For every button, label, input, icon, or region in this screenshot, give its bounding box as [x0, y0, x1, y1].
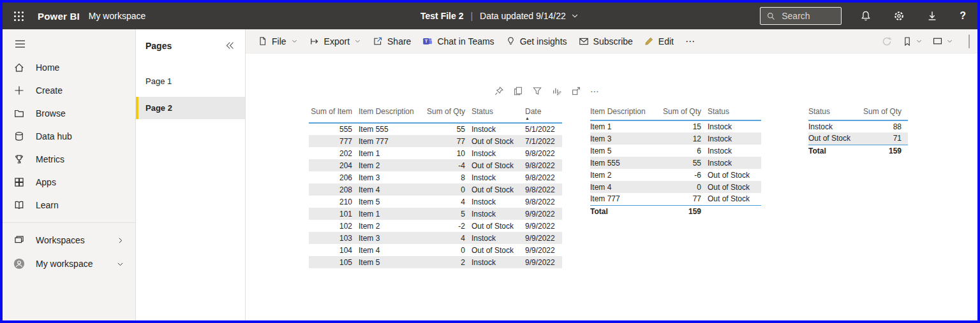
share-button[interactable]: Share [367, 32, 417, 50]
search-icon [766, 11, 776, 21]
document-title-group: Test File 2 | Data updated 9/14/22 [420, 3, 579, 29]
body-row: Home Create Browse Data hub [3, 29, 977, 320]
table-row[interactable]: 104Item 40Out of Stock9/9/2022 [309, 244, 562, 256]
sidebar-item-learn[interactable]: Learn [3, 194, 135, 217]
sort-ascending-icon: ▲ [525, 117, 556, 120]
sidebar-item-label: Create [36, 85, 63, 96]
sidebar-item-home[interactable]: Home [3, 56, 135, 79]
table-row[interactable]: Instock88 [808, 120, 908, 133]
sidebar-item-data-hub[interactable]: Data hub [3, 125, 135, 148]
search-box[interactable] [760, 7, 842, 25]
column-header[interactable]: Item Description [359, 107, 426, 123]
column-header[interactable]: Sum of Item [309, 107, 359, 123]
file-menu-button[interactable]: File [252, 32, 304, 50]
download-icon[interactable] [926, 10, 938, 22]
edit-button[interactable]: Edit [639, 32, 679, 50]
page-tab-2-selected[interactable]: Page 2 [136, 97, 245, 119]
table-row[interactable]: Item 115Instock [590, 120, 761, 133]
table-cell: Out of Stock [708, 181, 761, 193]
page-tab-1[interactable]: Page 1 [136, 71, 245, 91]
filter-icon[interactable] [532, 86, 542, 96]
bookmarks-icon[interactable] [900, 34, 924, 48]
table-row[interactable]: Item 55555Instock [590, 157, 761, 169]
table-row[interactable]: Item 77777Out of Stock [590, 193, 761, 205]
export-menu-button[interactable]: Export [304, 32, 367, 50]
get-insights-button[interactable]: Get insights [500, 32, 573, 50]
table-cell: Out of Stock [471, 159, 525, 171]
table-row[interactable]: 210Item 54Instock9/8/2022 [309, 196, 562, 208]
table-row[interactable]: Item 40Out of Stock [590, 181, 761, 193]
table-row[interactable]: 101Item 15Instock9/9/2022 [309, 208, 562, 220]
table-row[interactable]: 555Item 55555Instock5/1/2022 [309, 123, 562, 135]
table-cell: 555 [309, 123, 359, 135]
help-icon[interactable]: ? [960, 10, 966, 22]
svg-text:T: T [425, 38, 428, 44]
focus-mode-icon[interactable] [571, 86, 581, 96]
table-cell: 12 [658, 133, 708, 145]
app-launcher-icon[interactable] [11, 9, 26, 24]
pages-list: Page 1 Page 2 [136, 71, 245, 119]
column-header[interactable]: Sum of Qty [426, 107, 471, 123]
powerbi-logo-text[interactable]: Power BI [38, 11, 80, 22]
table-cell: 9/9/2022 [525, 244, 562, 256]
table-row[interactable]: Item 2-6Out of Stock [590, 169, 761, 181]
column-header[interactable]: Sum of Qty [862, 107, 908, 120]
total-cell: Total [808, 145, 862, 157]
sidebar-item-metrics[interactable]: Metrics [3, 148, 135, 171]
table-row[interactable]: 105Item 52Instock9/9/2022 [309, 256, 562, 268]
table-row[interactable]: 777Item 77777Out of Stock7/1/2022 [309, 135, 562, 147]
workspaces-stack-icon [13, 234, 25, 246]
collapse-pages-icon[interactable] [223, 39, 236, 52]
column-header[interactable]: Sum of Qty [658, 107, 708, 120]
sidebar-item-create[interactable]: Create [3, 79, 135, 102]
book-icon [13, 199, 25, 211]
table-row[interactable]: 206Item 38Instock9/8/2022 [309, 171, 562, 183]
pin-visual-icon[interactable] [494, 86, 504, 96]
table-row[interactable]: 102Item 2-2Out of Stock9/9/2022 [309, 220, 562, 232]
document-title: Test File 2 [420, 11, 463, 21]
more-options-icon[interactable]: ⋯ [590, 87, 600, 96]
table-row[interactable]: Out of Stock71 [808, 133, 908, 145]
table-cell: Out of Stock [808, 133, 862, 145]
envelope-icon [579, 36, 589, 47]
column-header[interactable]: Status [708, 107, 761, 120]
subscribe-button[interactable]: Subscribe [573, 32, 639, 50]
view-mode-icon[interactable] [930, 34, 955, 48]
table-cell: 9/9/2022 [525, 220, 562, 232]
table-cell: Item 2 [590, 169, 658, 181]
settings-gear-icon[interactable] [893, 10, 905, 22]
sidebar-item-my-workspace[interactable]: My workspace [3, 252, 135, 276]
more-options-button[interactable]: ⋯ [679, 32, 701, 51]
chat-in-teams-button[interactable]: T Chat in Teams [417, 32, 500, 50]
table-cell: 9/8/2022 [525, 183, 562, 196]
notifications-bell-icon[interactable] [860, 10, 872, 22]
sidebar-item-workspaces[interactable]: Workspaces [3, 229, 135, 252]
table-cell: 77 [426, 135, 471, 147]
column-header[interactable]: Status [471, 107, 525, 123]
table-cell: 2 [426, 256, 471, 268]
table-row[interactable]: 202Item 110Instock9/8/2022 [309, 147, 562, 159]
reset-view-icon[interactable] [879, 34, 895, 49]
scrollbar-thumb[interactable] [969, 34, 970, 48]
column-header[interactable]: Status [808, 107, 862, 120]
table-row[interactable]: 208Item 40Out of Stock9/8/2022 [309, 183, 562, 196]
column-header[interactable]: Item Description [590, 107, 658, 120]
ellipsis-icon: ⋯ [590, 87, 600, 96]
sidebar-item-browse[interactable]: Browse [3, 102, 135, 125]
table-cell: 0 [426, 244, 471, 256]
hamburger-menu-icon[interactable] [13, 38, 135, 50]
column-header[interactable]: Date▲ [525, 107, 562, 123]
data-updated-dropdown[interactable]: Data updated 9/14/22 [480, 11, 579, 21]
table-cell: Out of Stock [708, 169, 761, 181]
workspace-name[interactable]: My workspace [89, 11, 145, 21]
table-row[interactable]: 103Item 34Instock9/9/2022 [309, 232, 562, 244]
sidebar-item-apps[interactable]: Apps [3, 171, 135, 194]
search-input[interactable] [780, 10, 831, 22]
copy-visual-icon[interactable] [513, 86, 523, 96]
sidebar-item-label: My workspace [36, 259, 93, 269]
table-row[interactable]: 204Item 2-4Out of Stock9/8/2022 [309, 159, 562, 171]
chart-edit-icon[interactable] [551, 85, 562, 96]
table-row[interactable]: Item 312Instock [590, 133, 761, 145]
table-row[interactable]: Item 56Instock [590, 145, 761, 157]
title-separator: | [470, 11, 473, 21]
